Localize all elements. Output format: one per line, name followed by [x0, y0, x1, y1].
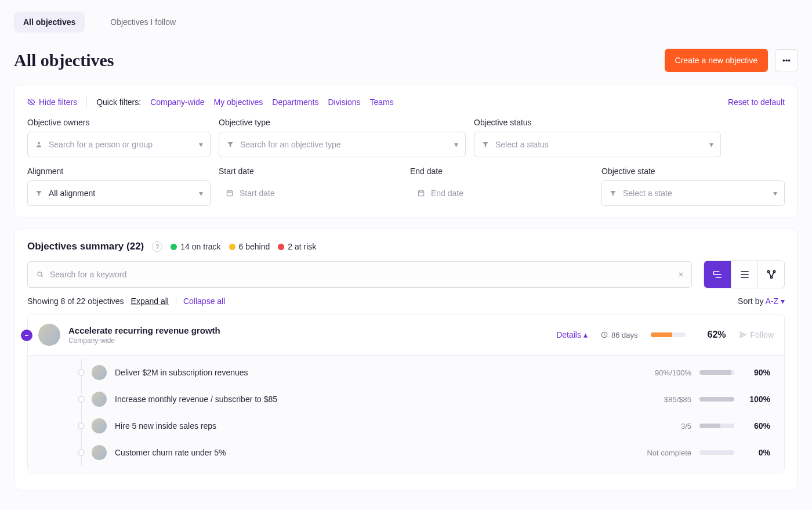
- filter-top-left: Hide filters Quick filters: Company-wide…: [27, 97, 394, 107]
- key-result-row[interactable]: Hire 5 new inside sales reps3/560%: [28, 413, 784, 439]
- create-objective-button[interactable]: Create a new objective: [665, 49, 768, 72]
- quick-filter-divisions[interactable]: Divisions: [328, 97, 361, 107]
- start-date-input[interactable]: Start date: [219, 180, 402, 206]
- filter-state-label: Objective state: [601, 167, 785, 176]
- alignment-value: All alignment: [49, 189, 193, 198]
- key-result-row[interactable]: Customer churn rate under 5%Not complete…: [28, 439, 784, 466]
- alignment-select[interactable]: All alignment ▾: [27, 180, 211, 206]
- meta-row: Showing 8 of 22 objectives Expand all Co…: [27, 296, 785, 306]
- keyword-search-input[interactable]: [50, 270, 673, 279]
- kr-progress-fill: [699, 370, 731, 375]
- end-date-input[interactable]: End date: [410, 180, 593, 206]
- list-view-icon: [739, 269, 751, 280]
- kr-progress-fill: [699, 424, 720, 428]
- filter-start-label: Start date: [219, 167, 402, 176]
- keyword-search[interactable]: ×: [27, 261, 692, 288]
- state-select[interactable]: Select a state ▾: [601, 180, 785, 206]
- key-result-row[interactable]: Deliver $2M in subscription revenues90%/…: [28, 359, 784, 386]
- tab-all-objectives[interactable]: All objectives: [14, 12, 85, 32]
- reset-filters-link[interactable]: Reset to default: [728, 97, 785, 107]
- follow-button[interactable]: Follow: [739, 330, 774, 339]
- days-remaining: 86 days: [600, 331, 638, 339]
- stat-at-risk: 2 at risk: [278, 242, 316, 251]
- type-placeholder: Search for an objective type: [240, 140, 448, 149]
- search-icon: [36, 270, 44, 278]
- status-placeholder: Select a status: [495, 140, 704, 149]
- view-toggle: [704, 261, 785, 288]
- quick-filter-my-objectives[interactable]: My objectives: [214, 97, 263, 107]
- days-label: 86 days: [611, 331, 638, 339]
- kr-progress-bar: [699, 370, 734, 375]
- objective-progress-fill: [651, 332, 672, 337]
- filter-icon: [35, 189, 43, 197]
- hide-filters-link[interactable]: Hide filters: [27, 97, 77, 107]
- kr-percent: 0%: [742, 448, 770, 457]
- kr-percent: 60%: [742, 421, 770, 431]
- view-tree-button[interactable]: [704, 261, 731, 288]
- state-placeholder: Select a state: [623, 189, 767, 198]
- key-results-list: Deliver $2M in subscription revenues90%/…: [28, 355, 784, 473]
- status-select[interactable]: Select a status ▾: [474, 132, 721, 157]
- collapse-all-link[interactable]: Collapse all: [183, 296, 225, 306]
- page-tabs: All objectives Objectives I follow: [14, 12, 798, 32]
- chevron-down-icon: ▾: [454, 140, 458, 149]
- kr-owner-avatar: [92, 392, 107, 407]
- start-placeholder: Start date: [240, 189, 275, 198]
- quick-filter-departments[interactable]: Departments: [272, 97, 318, 107]
- kr-metric: $85/$85: [633, 395, 691, 404]
- filter-end-label: End date: [410, 167, 593, 176]
- filter-icon: [609, 189, 617, 197]
- summary-head: Objectives summary (22) ? 14 on track 6 …: [27, 241, 785, 252]
- svg-point-4: [767, 270, 769, 272]
- kr-title: Deliver $2M in subscription revenues: [115, 368, 625, 377]
- tab-objectives-i-follow[interactable]: Objectives I follow: [101, 12, 185, 32]
- page-header: All objectives Create a new objective ••…: [14, 49, 798, 72]
- person-icon: [35, 140, 43, 149]
- stat-behind-label: 6 behind: [239, 242, 270, 251]
- tree-node-icon: [78, 396, 85, 403]
- collapse-toggle[interactable]: [21, 330, 32, 341]
- type-select[interactable]: Search for an objective type ▾: [219, 132, 466, 157]
- quick-filter-teams[interactable]: Teams: [370, 97, 394, 107]
- more-options-button[interactable]: •••: [775, 49, 798, 71]
- svg-point-5: [773, 270, 775, 272]
- header-actions: Create a new objective •••: [665, 49, 798, 72]
- caret-up-icon: ▴: [583, 330, 588, 339]
- separator: [86, 97, 87, 107]
- clear-search-icon[interactable]: ×: [679, 270, 683, 279]
- kr-title: Increase monthly revenue / subscriber to…: [115, 395, 625, 404]
- key-result-row[interactable]: Increase monthly revenue / subscriber to…: [28, 386, 784, 413]
- filter-grid: Objective owners Search for a person or …: [27, 118, 785, 206]
- quick-filters-label: Quick filters:: [96, 97, 141, 107]
- stat-at-risk-label: 2 at risk: [288, 242, 316, 251]
- objective-row[interactable]: Accelerate recurring revenue growth Comp…: [28, 314, 784, 355]
- quick-filter-company-wide[interactable]: Company-wide: [150, 97, 204, 107]
- sort-label: Sort by: [738, 296, 765, 306]
- follow-icon: [739, 331, 747, 339]
- kr-percent: 100%: [742, 395, 770, 404]
- kr-title: Hire 5 new inside sales reps: [115, 421, 625, 431]
- filter-status-label: Objective status: [474, 118, 721, 127]
- sort-value: A-Z: [766, 296, 779, 306]
- sort-by[interactable]: Sort by A-Z ▾: [738, 296, 785, 306]
- view-list-button[interactable]: [731, 261, 757, 288]
- kr-metric: 3/5: [633, 422, 691, 431]
- tree-node-icon: [78, 449, 85, 456]
- summary-card: Objectives summary (22) ? 14 on track 6 …: [14, 229, 798, 490]
- filter-owners-label: Objective owners: [27, 118, 211, 127]
- view-graph-button[interactable]: [757, 261, 784, 288]
- kr-progress-bar: [699, 424, 734, 428]
- hide-filters-label: Hide filters: [39, 97, 77, 107]
- help-icon[interactable]: ?: [152, 241, 162, 252]
- dots-icon: •••: [782, 56, 791, 65]
- filter-alignment-label: Alignment: [27, 167, 211, 176]
- follow-label: Follow: [751, 330, 774, 339]
- kr-metric: Not complete: [633, 448, 691, 457]
- chevron-down-icon: ▾: [199, 140, 203, 149]
- filter-owners: Objective owners Search for a person or …: [27, 118, 211, 157]
- filter-alignment: Alignment All alignment ▾: [27, 167, 211, 206]
- expand-all-link[interactable]: Expand all: [131, 296, 169, 306]
- details-link[interactable]: Details ▴: [556, 330, 588, 339]
- owners-select[interactable]: Search for a person or group ▾: [27, 132, 211, 157]
- dot-orange-icon: [229, 244, 235, 250]
